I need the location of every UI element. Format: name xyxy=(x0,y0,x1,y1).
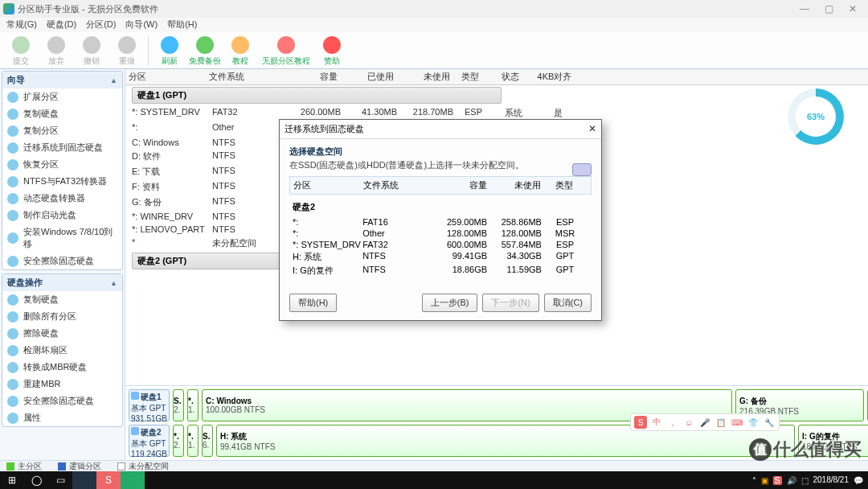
menu-help[interactable]: 帮助(H) xyxy=(162,18,202,32)
ime-skin[interactable]: 👕 xyxy=(747,416,760,429)
tray-notifications-icon[interactable]: 💬 xyxy=(854,476,863,485)
logical-swatch xyxy=(58,462,66,471)
disk-icon xyxy=(131,427,139,435)
sidebar-item-extend[interactable]: 扩展分区 xyxy=(2,88,122,105)
tray-volume-icon[interactable]: 🔊 xyxy=(787,476,796,485)
table-row[interactable]: *: SYSTEM_DRVFAT32600.00MB557.84MBESP xyxy=(293,239,588,250)
bullet-icon xyxy=(7,256,18,267)
sidebar-op-to-mbr[interactable]: 转换成MBR硬盘 xyxy=(2,359,122,376)
close-button[interactable]: ✕ xyxy=(841,3,865,14)
ime-tool[interactable]: 🔧 xyxy=(763,416,776,429)
start-button[interactable]: ⊞ xyxy=(0,471,24,489)
sidebar-op-rebuild-mbr[interactable]: 重建MBR xyxy=(2,376,122,392)
bullet-icon xyxy=(7,232,18,244)
unalloc-swatch xyxy=(117,462,125,471)
chevron-up-icon: ▲ xyxy=(110,279,117,287)
disk-segment[interactable]: *.1. xyxy=(187,389,199,421)
modal-cancel-button[interactable]: 取消(C) xyxy=(544,294,592,312)
chevron-up-icon: ▲ xyxy=(110,76,117,84)
menu-partition[interactable]: 分区(D) xyxy=(81,18,121,32)
tray-app-icon[interactable]: ▣ xyxy=(761,476,768,485)
disk-icon xyxy=(572,163,592,176)
sidebar-group-guide[interactable]: 向导▲ xyxy=(2,72,122,88)
toolbar-submit[interactable]: 提交 xyxy=(3,35,39,67)
menu-general[interactable]: 常规(G) xyxy=(2,18,42,32)
sidebar-op-wipe[interactable]: 擦除硬盘 xyxy=(2,325,122,342)
disk1-label[interactable]: 硬盘1 基本 GPT931.51GB xyxy=(129,389,170,421)
modal-prev-button[interactable]: 上一步(B) xyxy=(422,294,478,312)
partition-columns: 分区文件系统容量已使用未使用类型状态4KB对齐 xyxy=(125,69,868,85)
table-row[interactable]: I: G的复件NTFS18.86GB11.59GBGPT xyxy=(293,264,588,277)
bullet-icon xyxy=(7,159,18,171)
migrate-modal: 迁移系统到固态硬盘 ✕ 选择硬盘空间 在SSD(固态硬盘)或HDD(普通硬盘)上… xyxy=(279,119,602,321)
disk1-title[interactable]: 硬盘1 (GPT) xyxy=(132,87,502,104)
ime-logo-icon[interactable]: S xyxy=(634,416,647,429)
modal-help-button[interactable]: 帮助(H) xyxy=(289,294,337,312)
minimize-button[interactable]: — xyxy=(792,3,817,14)
table-row[interactable]: *:FAT16259.00MB258.86MBESP xyxy=(293,216,588,228)
sidebar-item-bootcd[interactable]: 制作启动光盘 xyxy=(2,207,122,224)
menu-wizard[interactable]: 向导(W) xyxy=(121,18,162,32)
cortana-button[interactable]: ◯ xyxy=(24,471,48,489)
sidebar-item-copy-part[interactable]: 复制分区 xyxy=(2,122,122,139)
ime-cn[interactable]: 中 xyxy=(650,416,663,429)
modal-close-button[interactable]: ✕ xyxy=(588,123,596,135)
toolbar-discard[interactable]: 放弃 xyxy=(39,35,74,67)
ime-voice[interactable]: 🎤 xyxy=(698,416,711,429)
tray-network-icon[interactable]: ⬚ xyxy=(801,476,809,485)
sidebar-item-ntfs-fat32[interactable]: NTFS与FAT32转换器 xyxy=(2,173,122,190)
system-tray[interactable]: ˄ ▣ S 🔊 ⬚ 2018/8/21 💬 xyxy=(747,476,868,485)
tray-ime-icon[interactable]: S xyxy=(773,476,782,485)
sidebar-item-copy-disk[interactable]: 复制硬盘 xyxy=(2,105,122,122)
toolbar-sponsor[interactable]: 赞助 xyxy=(314,35,350,67)
disk2-label[interactable]: 硬盘2 基本 GPT119.24GB xyxy=(129,425,170,457)
sidebar: 向导▲ 扩展分区 复制硬盘 复制分区 迁移系统到固态硬盘 恢复分区 NTFS与F… xyxy=(0,69,125,460)
bullet-icon xyxy=(7,328,18,339)
sidebar-op-badsector[interactable]: 检测坏扇区 xyxy=(2,342,122,359)
modal-heading: 选择硬盘空间 xyxy=(289,146,592,158)
sidebar-item-migrate-ssd[interactable]: 迁移系统到固态硬盘 xyxy=(2,139,122,156)
ime-toolbar[interactable]: S 中 , ☺ 🎤 📋 ⌨ 👕 🔧 xyxy=(630,413,780,431)
sidebar-op-delete-all[interactable]: 删除所有分区 xyxy=(2,308,122,325)
table-row[interactable]: H: 系统NTFS99.41GB34.30GBGPT xyxy=(293,250,588,264)
toolbar-undo[interactable]: 撤销 xyxy=(74,35,109,67)
sidebar-group-ops[interactable]: 硬盘操作▲ xyxy=(2,274,122,291)
toolbar: 提交 放弃 撤销 重做 刷新 免费备份 教程 无损分区教程 赞助 xyxy=(0,32,868,69)
watermark: 值 什么值得买 xyxy=(749,438,862,462)
bullet-icon xyxy=(7,413,18,424)
sidebar-op-properties[interactable]: 属性 xyxy=(2,409,122,426)
toolbar-redo[interactable]: 重做 xyxy=(109,35,145,67)
sidebar-op-secure-erase[interactable]: 安全擦除固态硬盘 xyxy=(2,392,122,409)
window-title: 分区助手专业版 - 无损分区免费软件 xyxy=(18,3,158,15)
tray-clock[interactable]: 2018/8/21 xyxy=(813,476,850,484)
task-app-2[interactable]: S xyxy=(96,471,121,489)
ime-punct[interactable]: , xyxy=(666,416,679,429)
disk-segment[interactable]: *.2. xyxy=(173,425,184,457)
modal-sub: 在SSD(固态硬盘)或HDD(普通硬盘)上选择一块未分配空间。 xyxy=(289,159,592,171)
bullet-icon xyxy=(7,109,18,120)
maximize-button[interactable]: ▢ xyxy=(817,3,841,14)
toolbar-backup[interactable]: 免费备份 xyxy=(187,35,223,67)
sidebar-item-install-win[interactable]: 安装Windows 7/8/10到移 xyxy=(2,224,122,253)
menu-disk[interactable]: 硬盘(D) xyxy=(42,18,81,32)
table-row[interactable]: *:Other128.00MB128.00MBMSR xyxy=(293,228,588,239)
disk-segment[interactable]: *.1. xyxy=(187,425,199,457)
sidebar-item-secure-erase[interactable]: 安全擦除固态硬盘 xyxy=(2,253,122,269)
sidebar-item-recover[interactable]: 恢复分区 xyxy=(2,156,122,173)
sidebar-item-dynamic[interactable]: 动态硬盘转换器 xyxy=(2,190,122,207)
menu-bar: 常规(G) 硬盘(D) 分区(D) 向导(W) 帮助(H) xyxy=(0,18,868,32)
tray-chevron-icon[interactable]: ˄ xyxy=(752,476,756,485)
task-app-3[interactable] xyxy=(121,471,145,489)
disk-segment[interactable]: S.6. xyxy=(202,425,213,457)
ime-keyboard[interactable]: ⌨ xyxy=(731,416,743,429)
disk-segment[interactable]: S.2. xyxy=(173,389,184,421)
toolbar-refresh[interactable]: 刷新 xyxy=(152,35,187,67)
bullet-icon xyxy=(7,362,18,373)
toolbar-tutorial[interactable]: 教程 xyxy=(223,35,258,67)
ime-emoji[interactable]: ☺ xyxy=(682,416,695,429)
sidebar-op-copy-disk[interactable]: 复制硬盘 xyxy=(2,291,122,308)
taskview-button[interactable]: ▭ xyxy=(48,471,72,489)
task-app-1[interactable] xyxy=(72,471,96,489)
ime-clip[interactable]: 📋 xyxy=(714,416,727,429)
toolbar-lossless[interactable]: 无损分区教程 xyxy=(258,35,314,67)
